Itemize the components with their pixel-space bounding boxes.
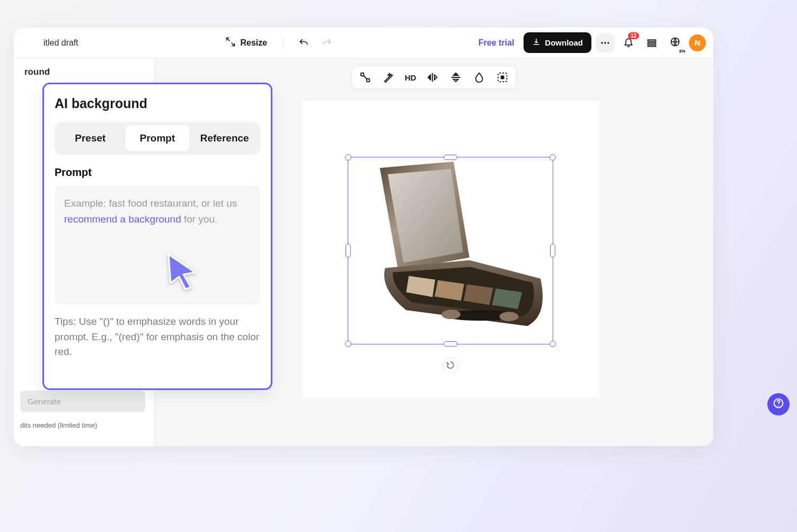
- svg-rect-4: [648, 42, 656, 44]
- svg-point-12: [441, 309, 461, 319]
- notifications-button[interactable]: 12: [619, 33, 638, 52]
- resize-handle-right[interactable]: [550, 244, 555, 258]
- opacity-button[interactable]: [471, 69, 487, 85]
- svg-point-0: [601, 42, 603, 43]
- svg-rect-8: [366, 79, 369, 82]
- credits-note: dits needed (limited time): [20, 421, 97, 429]
- help-icon: [773, 397, 784, 411]
- focus-mode-button[interactable]: [494, 69, 510, 85]
- language-button[interactable]: EN: [666, 33, 685, 52]
- product-image[interactable]: [348, 157, 553, 344]
- more-menu-button[interactable]: [596, 33, 615, 52]
- flip-horizontal-button[interactable]: [424, 69, 440, 85]
- svg-point-1: [604, 42, 606, 43]
- prompt-section-label: Prompt: [55, 166, 260, 179]
- resize-handle-bl[interactable]: [345, 341, 351, 347]
- panel-title: round: [24, 67, 148, 77]
- top-bar: itled draft Resize Free trial Download: [14, 28, 713, 58]
- globe-icon: [670, 37, 680, 49]
- prompt-placeholder-post: for you.: [181, 214, 218, 225]
- divider: [283, 37, 284, 49]
- magic-tool-button[interactable]: [380, 69, 396, 85]
- resize-handle-bottom[interactable]: [444, 341, 457, 347]
- resize-label: Resize: [240, 38, 267, 48]
- download-button[interactable]: Download: [524, 32, 591, 53]
- svg-rect-3: [648, 40, 656, 41]
- prompt-tips: Tips: Use "()" to emphasize words in you…: [55, 314, 260, 360]
- svg-rect-7: [360, 73, 364, 76]
- download-label: Download: [545, 38, 583, 47]
- selection-box[interactable]: [348, 157, 553, 344]
- resize-handle-br[interactable]: [550, 341, 556, 347]
- resize-button[interactable]: Resize: [220, 33, 272, 52]
- recommend-background-link[interactable]: recommend a background: [64, 214, 181, 225]
- smart-resize-button[interactable]: [357, 69, 373, 85]
- notification-badge: 12: [628, 32, 639, 39]
- redo-button[interactable]: [317, 33, 336, 52]
- user-avatar[interactable]: N: [689, 34, 706, 51]
- resize-handle-tl[interactable]: [345, 154, 351, 161]
- resize-icon: [225, 37, 236, 49]
- panels-button[interactable]: [642, 33, 661, 52]
- hd-button[interactable]: HD: [404, 69, 418, 85]
- popover-title: AI background: [55, 96, 260, 111]
- svg-point-10: [501, 76, 504, 79]
- svg-rect-5: [648, 45, 656, 47]
- tab-reference[interactable]: Reference: [192, 125, 257, 152]
- flip-vertical-button[interactable]: [448, 69, 464, 85]
- tab-preset[interactable]: Preset: [58, 125, 123, 152]
- undo-button[interactable]: [294, 33, 313, 52]
- help-button[interactable]: [767, 393, 790, 415]
- rotate-handle[interactable]: [442, 357, 458, 373]
- tab-prompt[interactable]: Prompt: [125, 125, 190, 152]
- document-title[interactable]: itled draft: [43, 38, 78, 48]
- resize-handle-tr[interactable]: [550, 154, 556, 161]
- svg-point-13: [499, 312, 518, 321]
- popover-tabs: Preset Prompt Reference: [55, 122, 260, 155]
- image-toolbar: HD: [351, 66, 517, 89]
- download-icon: [532, 38, 541, 48]
- generate-button[interactable]: Generate: [20, 391, 145, 412]
- language-code: EN: [679, 49, 686, 54]
- free-trial-link[interactable]: Free trial: [479, 38, 515, 48]
- ai-background-popover: AI background Preset Prompt Reference Pr…: [42, 83, 272, 390]
- resize-handle-left[interactable]: [346, 244, 351, 258]
- prompt-placeholder-pre: Example: fast food restaurant, or let us: [64, 198, 237, 209]
- resize-handle-top[interactable]: [444, 155, 457, 160]
- svg-point-15: [778, 405, 779, 406]
- prompt-input[interactable]: Example: fast food restaurant, or let us…: [55, 186, 260, 305]
- svg-point-2: [607, 42, 609, 43]
